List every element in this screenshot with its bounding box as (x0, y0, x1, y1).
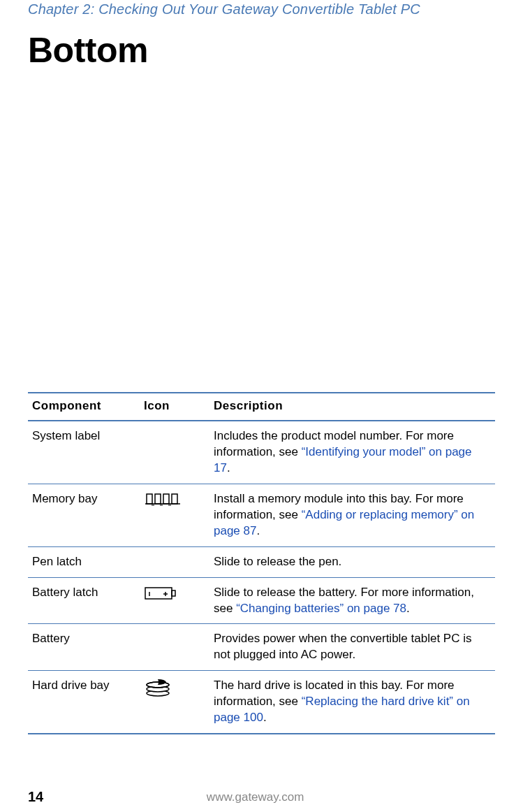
desc-text-post: . (227, 461, 230, 474)
page: Chapter 2: Checking Out Your Gateway Con… (0, 0, 523, 812)
description-cell: Install a memory module into this bay. F… (209, 484, 495, 546)
chapter-header: Chapter 2: Checking Out Your Gateway Con… (28, 0, 495, 17)
desc-text: Slide to release the pen. (214, 555, 341, 568)
icon-cell (140, 546, 209, 577)
component-name: Battery (28, 624, 140, 671)
description-cell: Provides power when the convertible tabl… (209, 624, 495, 671)
battery-icon (144, 585, 205, 602)
icon-cell (140, 624, 209, 671)
table-row: System label Includes the product model … (28, 421, 495, 484)
table-row: Pen latch Slide to release the pen. (28, 546, 495, 577)
description-cell: Slide to release the pen. (209, 546, 495, 577)
description-cell: Includes the product model number. For m… (209, 421, 495, 484)
desc-text-post: . (256, 524, 260, 537)
cross-reference-link[interactable]: “Changing batteries” on page 78 (236, 602, 406, 615)
description-cell: The hard drive is located in this bay. F… (209, 671, 495, 734)
harddrive-icon (144, 678, 205, 697)
description-cell: Slide to release the battery. For more i… (209, 577, 495, 624)
svg-rect-2 (155, 494, 161, 504)
svg-rect-1 (147, 494, 152, 504)
table-row: Battery Provides power when the converti… (28, 624, 495, 671)
svg-rect-12 (172, 590, 175, 596)
page-footer: 14 www.gateway.com (0, 789, 523, 805)
svg-rect-4 (172, 494, 177, 504)
desc-text-post: . (263, 711, 267, 724)
desc-text: Provides power when the convertible tabl… (214, 632, 471, 661)
components-table: Component Icon Description System label … (28, 392, 495, 734)
component-name: Memory bay (28, 484, 140, 546)
desc-text-post: . (406, 602, 410, 615)
section-title: Bottom (28, 30, 495, 71)
icon-cell (140, 671, 209, 734)
icon-cell (140, 421, 209, 484)
svg-rect-3 (163, 494, 169, 504)
component-name: System label (28, 421, 140, 484)
component-name: Pen latch (28, 546, 140, 577)
footer-url: www.gateway.com (15, 790, 495, 804)
diagram-placeholder (28, 71, 495, 392)
header-description: Description (209, 393, 495, 421)
table-row: Memory bay (28, 484, 495, 546)
component-name: Battery latch (28, 577, 140, 624)
table-row: Hard drive bay The hard drive is located (28, 671, 495, 734)
table-header-row: Component Icon Description (28, 393, 495, 421)
icon-cell (140, 577, 209, 624)
header-icon: Icon (140, 393, 209, 421)
component-name: Hard drive bay (28, 671, 140, 734)
header-component: Component (28, 393, 140, 421)
icon-cell (140, 484, 209, 546)
table-row: Battery latch Slide to release the batte (28, 577, 495, 624)
memory-icon (144, 491, 205, 507)
